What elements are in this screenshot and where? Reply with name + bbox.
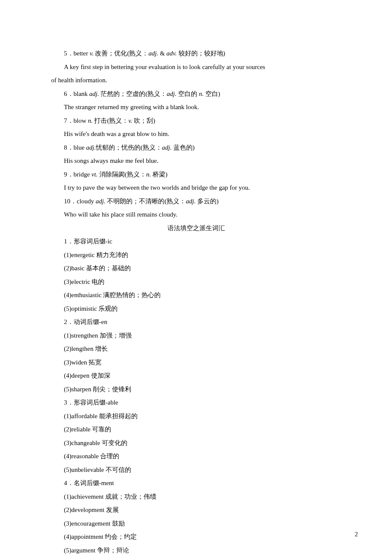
entry-num: 6 [64, 90, 67, 97]
entry-def: 忧郁的；忧伤的 [96, 144, 141, 151]
familiar-def: 多云的) [196, 198, 219, 205]
group-item: (4)enthusiastic 满腔热情的；热心的 [51, 289, 341, 302]
page-number: 2 [355, 531, 358, 538]
example-sentence-cont: of health information. [51, 74, 341, 87]
entry-word: blow [74, 117, 86, 124]
vocab-entry: 7．blow n. 打击(熟义：v. 吹；刮) [51, 114, 341, 128]
entry-word: bridge [74, 171, 90, 178]
familiar-def: 吹；刮) [133, 117, 156, 124]
group-item: (2)lengthen 增长 [51, 342, 341, 356]
group-item: (4)deepen 使加深 [51, 369, 341, 383]
group-item: (4)reasonable 合理的 [51, 450, 341, 463]
group-item: (2)development 发展 [51, 503, 341, 517]
group-item: (3)changeable 可变化的 [51, 436, 341, 450]
group-item: (1)achievement 成就；功业；伟绩 [51, 490, 341, 504]
group-item: (5)argument 争辩；辩论 [51, 544, 341, 555]
familiar-label: (熟义： [125, 171, 146, 178]
familiar-pos: adj. [167, 90, 176, 97]
familiar-def: 较好的；较好地) [177, 50, 225, 57]
section-title: 语法填空之派生词汇 [51, 222, 341, 235]
entry-pos: adj. [89, 90, 99, 97]
group-item: (2)reliable 可靠的 [51, 423, 341, 436]
entry-pos: adj. [96, 198, 106, 205]
familiar-pos2: adv. [167, 50, 177, 57]
group-item: (5)optimistic 乐观的 [51, 302, 341, 316]
familiar-def2: 空白) [204, 90, 220, 97]
vocab-entry: 8．blue adj.忧郁的；忧伤的(熟义：adj. 蓝色的) [51, 141, 341, 155]
entry-pos: n. [88, 117, 92, 124]
group-heading: 2．动词后缀-en [51, 315, 341, 329]
example-sentence: The stranger returned my greeting with a… [51, 101, 341, 114]
entry-pos: v. [89, 50, 93, 57]
page-content: 5．better v. 改善；优化(熟义：adj. & adv. 较好的；较好地… [0, 0, 392, 555]
familiar-label: (熟义： [145, 90, 167, 97]
entry-def: 不明朗的；不清晰的 [107, 198, 164, 205]
entry-num: 8 [64, 144, 67, 151]
group-item: (1)strengthen 加强；增强 [51, 329, 341, 343]
entry-word: better [74, 50, 88, 57]
familiar-label: (熟义： [164, 198, 186, 205]
familiar-def: 桥梁) [151, 171, 167, 178]
entry-word: blue [74, 144, 85, 151]
entry-pos: adj. [86, 144, 96, 151]
entry-num: 9 [64, 171, 67, 178]
entry-def: 打击 [94, 117, 107, 124]
group-heading: 1．形容词后缀-ic [51, 235, 341, 249]
familiar-label: (熟义： [107, 117, 128, 124]
group-item: (5)sharpen 削尖；使锋利 [51, 383, 341, 396]
entry-num: 7 [64, 117, 67, 124]
group-item: (3)encouragement 鼓励 [51, 517, 341, 531]
example-sentence: His wife's death was a great blow to him… [51, 127, 341, 141]
vocab-entry: 9．bridge vt. 消除隔阂(熟义：n. 桥梁) [51, 168, 341, 182]
example-sentence: I try to pave the way between the two wo… [51, 181, 341, 195]
example-sentence: His songs always make me feel blue. [51, 154, 341, 168]
familiar-pos: n. [146, 171, 151, 178]
familiar-def: 空白的 [176, 90, 199, 97]
entry-pos: vt. [92, 171, 98, 178]
example-sentence: Who will take his place still remains cl… [51, 208, 341, 222]
group-item: (4)appointment 约会；约定 [51, 530, 341, 544]
group-item: (1)energetic 精力充沛的 [51, 249, 341, 262]
group-item: (3)widen 拓宽 [51, 356, 341, 370]
group-item: (1)affordable 能承担得起的 [51, 410, 341, 423]
familiar-pos: adj. [148, 50, 158, 57]
familiar-pos: v. [128, 117, 132, 124]
vocab-entry: 10．cloudy adj. 不明朗的；不清晰的(熟义：adj. 多云的) [51, 195, 341, 208]
entry-def: 茫然的；空虚的 [101, 90, 145, 97]
amp: & [158, 50, 166, 57]
example-sentence: A key first step in bettering your evalu… [51, 61, 341, 74]
entry-word: blank [74, 90, 88, 97]
entry-num: 10 [64, 198, 70, 205]
familiar-label: (熟义： [127, 50, 148, 57]
entry-def: 改善；优化 [95, 50, 127, 57]
group-heading: 3．形容词后缀-able [51, 396, 341, 410]
group-heading: 4．名词后缀-ment [51, 477, 341, 490]
familiar-pos: adj. [162, 144, 172, 151]
familiar-label: (熟义： [141, 144, 162, 151]
entry-num: 5 [64, 50, 67, 57]
entry-def: 消除隔阂 [99, 171, 125, 178]
vocab-entry: 6．blank adj. 茫然的；空虚的(熟义：adj. 空白的 n. 空白) [51, 87, 341, 101]
group-item: (5)unbelievable 不可信的 [51, 463, 341, 477]
group-item: (3)electric 电的 [51, 275, 341, 289]
group-item: (2)basic 基本的；基础的 [51, 262, 341, 275]
familiar-def: 蓝色的) [172, 144, 195, 151]
vocab-entry: 5．better v. 改善；优化(熟义：adj. & adv. 较好的；较好地… [51, 47, 341, 61]
entry-word: cloudy [77, 198, 94, 205]
familiar-pos2: n. [199, 90, 204, 97]
familiar-pos: adj. [186, 198, 196, 205]
